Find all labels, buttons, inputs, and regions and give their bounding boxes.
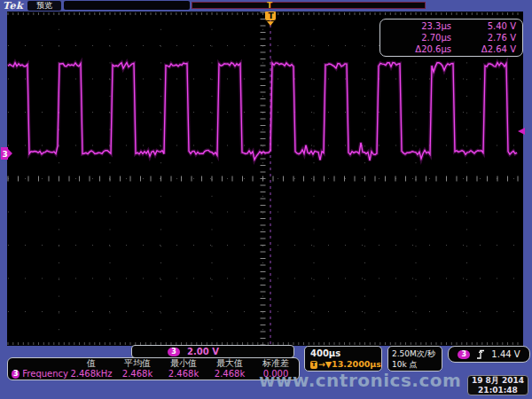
col-header-mean: 平均值 [114, 358, 160, 369]
measurement-value: 2.468kHz [68, 369, 114, 379]
cursor-row-a: 23.3µs 5.40 V [380, 20, 522, 32]
oscilloscope-screen: Tek 预览 T 3T 23.3µs 5.40 V 2.70µs 2.76 V … [0, 0, 532, 399]
ch3-ground-marker-label: 3 [3, 150, 8, 159]
measurement-min: 2.468k [160, 369, 207, 379]
cursor-b-time: 2.70µs [380, 32, 451, 43]
date-label: 19 8月 2014 [468, 376, 528, 386]
datetime-box: 19 8月 2014 21:01:48 [467, 375, 528, 395]
cursor-readout-box[interactable]: 23.3µs 5.40 V 2.70µs 2.76 V Δ20.6µs Δ2.6… [379, 19, 523, 57]
trigger-delay-readout: T →▼ 13.2000µs [310, 359, 381, 370]
cursor-a-time: 23.3µs [380, 20, 451, 32]
trigger-source-badge: 3 [458, 350, 470, 359]
time-label: 21:01:48 [468, 386, 528, 395]
record-view-bar[interactable] [192, 2, 426, 9]
cursor-b-volt: 2.76 V [451, 32, 522, 43]
cursor-a-volt: 5.40 V [451, 20, 522, 32]
record-length: 10k 点 [392, 359, 442, 370]
horizontal-scale-box[interactable]: 400µs T →▼ 13.2000µs [304, 346, 382, 372]
channel3-scale-box[interactable]: 3 2.00 V [131, 345, 294, 358]
trigger-level-value: 1.44 V [491, 349, 520, 359]
trigger-readout-box[interactable]: 3 1.44 V [448, 346, 530, 363]
rising-edge-icon [475, 348, 486, 360]
watermark-text: www.cntronics.com [259, 370, 461, 391]
cursor-delta-time: Δ20.6µs [380, 43, 451, 55]
measurement-mean: 2.468k [114, 369, 160, 379]
record-trigger-marker-icon: T [267, 0, 272, 11]
acquisition-mode-label: 预览 [27, 1, 61, 11]
measurement-channel-badge: 3 [12, 370, 20, 379]
col-header-value: 值 [68, 358, 114, 369]
delay-arrows-icon: →▼ [318, 359, 332, 370]
channel3-volts-per-div: 2.00 V [187, 347, 219, 356]
cursor-row-b: 2.70µs 2.76 V [380, 32, 522, 43]
menu-strip[interactable] [64, 1, 190, 10]
measurement-name: Frequency [22, 369, 68, 379]
measurement-max: 2.468k [207, 369, 253, 379]
channel3-badge: 3 [168, 348, 180, 356]
measurement-row-frequency[interactable]: 3 Frequency 2.468kHz 2.468k 2.468k 2.468… [8, 369, 299, 379]
trigger-t-icon: T [310, 361, 317, 369]
measurement-header-row: 值 平均值 最小值 最大值 标准差 [8, 358, 299, 369]
cursor-delta-row: Δ20.6µs Δ2.64 V [380, 43, 522, 55]
cursor-delta-volt: Δ2.64 V [451, 43, 522, 55]
delay-value: 13.2000µs [332, 359, 381, 370]
col-header-max: 最大值 [207, 358, 253, 369]
waveform-display: 3T [0, 0, 532, 399]
time-per-div: 400µs [310, 348, 381, 359]
acquisition-box[interactable]: 2.50M次/秒 10k 点 [387, 346, 442, 372]
col-header-stddev: 标准差 [253, 358, 299, 369]
top-status-bar: Tek 预览 T [0, 0, 532, 12]
tek-logo: Tek [3, 0, 23, 12]
measurement-table[interactable]: 值 平均值 最小值 最大值 标准差 3 Frequency 2.468kHz 2… [7, 357, 300, 380]
expansion-point-t-label: T [269, 12, 275, 20]
col-header-min: 最小值 [160, 358, 207, 369]
sample-rate: 2.50M次/秒 [392, 348, 442, 359]
